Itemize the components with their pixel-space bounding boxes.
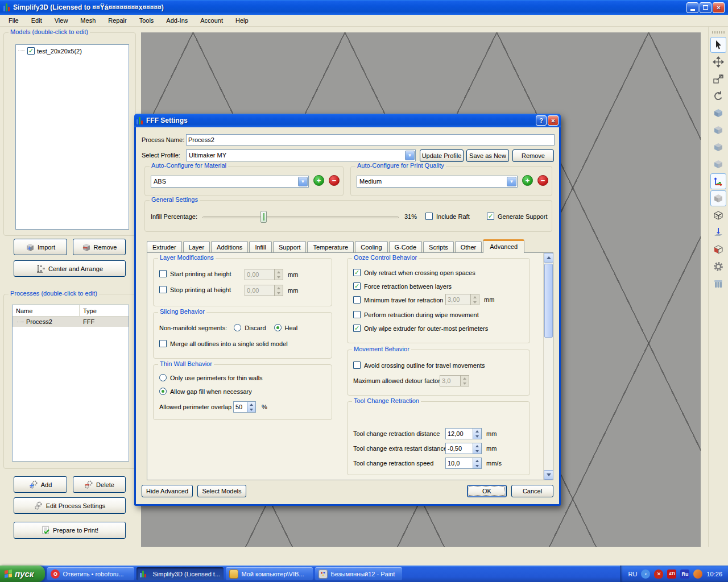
menu-tools[interactable]: Tools [133,15,160,26]
infill-slider-thumb[interactable] [260,211,267,223]
close-button[interactable]: × [713,2,725,13]
rotate-tool-icon[interactable] [710,88,726,104]
models-list[interactable]: test_20x20x5(2) [15,44,129,230]
model-view-icon[interactable] [710,190,726,206]
tab-gcode[interactable]: G-Code [389,241,423,252]
cross-section-icon[interactable] [710,242,726,257]
model-item[interactable]: test_20x20x5(2) [16,45,129,56]
start-button[interactable]: пуск [0,566,45,582]
merge-outlines-checkbox[interactable] [159,340,167,347]
spin-up-icon[interactable] [275,285,283,290]
view-cube-1-icon[interactable] [710,105,726,121]
wireframe-view-icon[interactable] [710,207,726,223]
scroll-down-icon[interactable] [544,470,553,480]
spin-down-icon[interactable] [275,275,283,280]
material-combobox[interactable]: ABS ▼ [151,176,309,188]
spin-down-icon[interactable] [473,448,481,454]
gap-fill-radio[interactable] [159,388,167,395]
axes-view-icon[interactable] [710,173,726,189]
spin-down-icon[interactable] [461,381,469,386]
punto-ru-icon[interactable]: Ru [680,569,689,579]
prepare-to-print-button[interactable]: Prepare to Print! [14,522,126,539]
avoid-crossing-checkbox[interactable] [353,361,361,369]
remove-material-button[interactable]: − [329,175,340,186]
tab-advanced[interactable]: Advanced [483,239,524,253]
wipe-retraction-checkbox[interactable] [353,311,361,318]
remove-profile-button[interactable]: Remove [512,149,554,162]
add-material-button[interactable]: + [313,175,324,186]
overlap-spinner[interactable]: 50 [233,401,256,413]
move-tool-icon[interactable] [710,54,726,70]
task-paint[interactable]: Безымянный12 - Paint [315,567,402,580]
processes-list[interactable]: Name Type Process2 FFF [12,305,129,462]
spin-up-icon[interactable] [461,376,469,381]
stop-printing-checkbox[interactable] [159,286,167,293]
tc-speed-spinner[interactable]: 10,0 [445,458,482,469]
select-tool-icon[interactable] [710,37,726,53]
tc-restart-spinner[interactable]: -0,50 [445,443,482,454]
discard-radio[interactable] [234,324,241,331]
spin-up-icon[interactable] [247,402,255,407]
quality-combobox[interactable]: Medium ▼ [357,176,518,188]
view-cube-2-icon[interactable] [710,122,726,138]
spin-down-icon[interactable] [471,300,479,305]
place-on-bed-icon[interactable] [710,225,726,240]
wipe-outer-checkbox[interactable] [353,325,361,332]
spin-up-icon[interactable] [473,429,481,434]
stop-height-spinner[interactable]: 0,00 [245,285,283,296]
support-structures-icon[interactable] [710,276,726,292]
menu-account[interactable]: Account [194,15,229,26]
tc-distance-spinner[interactable]: 12,00 [445,428,482,439]
column-type[interactable]: Type [80,307,97,314]
spin-up-icon[interactable] [275,269,283,275]
process-row[interactable]: Process2 FFF [13,317,129,327]
min-travel-checkbox[interactable] [353,296,361,304]
detour-factor-spinner[interactable]: 3,0 [440,375,469,386]
tab-scripts[interactable]: Scripts [423,241,454,252]
edit-process-settings-button[interactable]: Edit Process Settings [14,497,126,514]
remove-quality-button[interactable]: − [537,175,548,186]
chevron-down-icon[interactable]: ▼ [298,177,308,186]
force-retraction-checkbox[interactable] [353,282,361,290]
spin-down-icon[interactable] [247,407,255,412]
ati-tray-icon[interactable]: ATI [667,569,676,579]
tab-support[interactable]: Support [273,241,307,252]
import-button[interactable]: + Import [14,239,67,255]
add-quality-button[interactable]: + [522,175,533,186]
menu-help[interactable]: Help [229,15,255,26]
heal-radio[interactable] [274,324,282,331]
hide-icons-chevron-icon[interactable]: ‹ [641,569,650,579]
minimize-button[interactable] [686,2,698,13]
spin-up-icon[interactable] [473,443,481,448]
dialog-close-button[interactable]: × [548,115,559,126]
dialog-titlebar[interactable]: FFF Settings ? × [134,114,561,127]
spin-down-icon[interactable] [473,463,481,468]
task-explorer[interactable]: Мой компьютер\VIB... [226,567,313,580]
process-name-input[interactable] [186,134,555,146]
start-height-spinner[interactable]: 0,00 [245,269,283,280]
select-models-button[interactable]: Select Models [197,485,246,497]
spin-up-icon[interactable] [473,458,481,463]
tab-additions[interactable]: Additions [211,241,248,252]
save-as-new-button[interactable]: Save as New [466,149,509,162]
min-travel-spinner[interactable]: 3,00 [445,294,479,305]
dialog-help-button[interactable]: ? [536,115,547,126]
spin-up-icon[interactable] [471,294,479,300]
update-profile-button[interactable]: Update Profile [420,149,464,162]
tab-infill[interactable]: Infill [249,241,272,252]
menu-file[interactable]: File [2,15,25,26]
tab-cooling[interactable]: Cooling [355,241,387,252]
add-process-button[interactable]: + Add [14,476,67,493]
tab-other[interactable]: Other [455,241,482,252]
menu-edit[interactable]: Edit [25,15,48,26]
menu-view[interactable]: View [48,15,75,26]
panel-scrollbar[interactable] [543,253,553,480]
toolbar-drag-handle[interactable] [712,31,725,34]
menu-addins[interactable]: Add-Ins [160,15,194,26]
include-raft-checkbox[interactable] [425,213,433,220]
cancel-button[interactable]: Cancel [511,485,553,497]
menu-repair[interactable]: Repair [102,15,133,26]
view-cube-3-icon[interactable] [710,139,726,155]
view-cube-4-icon[interactable] [710,156,726,172]
task-simplify3d[interactable]: Simplify3D (Licensed t... [136,567,224,580]
